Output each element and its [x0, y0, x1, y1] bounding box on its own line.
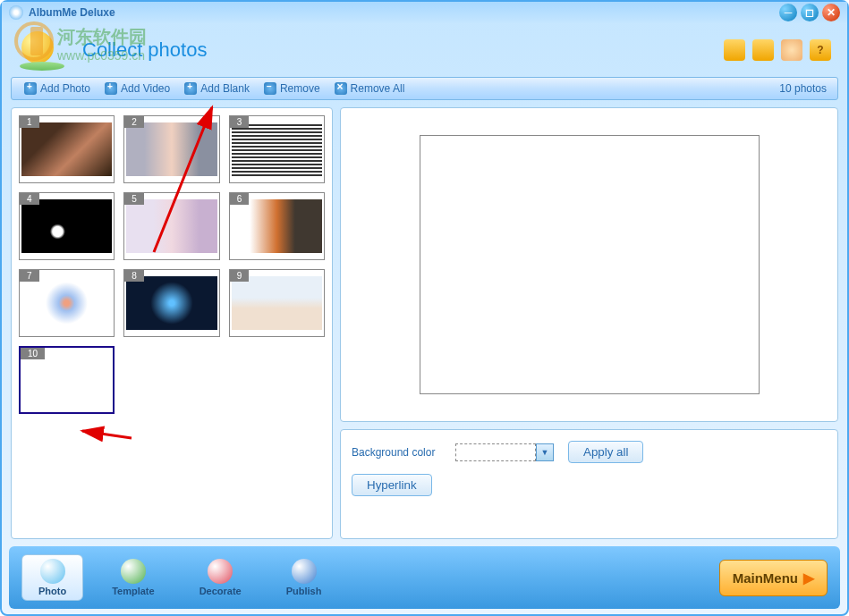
thumb-number: 1 [20, 116, 39, 128]
thumb-number: 4 [20, 193, 39, 205]
add-photo-button[interactable]: Add Photo [17, 80, 98, 97]
thumb-image [22, 353, 111, 407]
minus-icon [264, 82, 276, 95]
titlebar: AlbumMe Deluxe ─ ◻ ✕ [2, 2, 847, 23]
user-icon[interactable] [781, 39, 802, 61]
thumb-image [21, 199, 112, 253]
thumb-number: 7 [20, 270, 39, 282]
remove-all-button[interactable]: Remove All [327, 80, 412, 97]
thumbnail-3[interactable]: 3 [229, 115, 325, 183]
thumb-image [126, 276, 216, 330]
window-title: AlbumMe Deluxe [29, 6, 779, 19]
thumb-image [232, 199, 322, 253]
remove-label: Remove [280, 82, 320, 95]
thumb-image [232, 276, 322, 330]
thumb-number: 3 [230, 116, 250, 128]
plus-icon [105, 82, 117, 95]
thumb-image [21, 276, 112, 330]
nav-template-label: Template [112, 586, 154, 596]
thumb-image [232, 122, 322, 176]
photo-grid: 1 2 3 4 5 6 7 8 9 10 [19, 115, 325, 414]
template-icon [121, 559, 146, 584]
thumbnail-5[interactable]: 5 [123, 192, 219, 260]
header-tools: ? [724, 39, 831, 61]
app-logo [18, 28, 72, 72]
plus-icon [184, 82, 197, 95]
nav-photo-label: Photo [38, 586, 66, 596]
thumbnail-9[interactable]: 9 [229, 269, 325, 337]
preview-box [420, 135, 760, 394]
thumb-number: 2 [124, 116, 144, 128]
thumbnail-4[interactable]: 4 [19, 192, 115, 260]
header: Collect photos ? [2, 23, 847, 77]
hyperlink-row: Hyperlink [352, 474, 827, 496]
toolbar: Add Photo Add Video Add Blank Remove Rem… [11, 77, 838, 100]
thumbnail-2[interactable]: 2 [123, 115, 219, 183]
thumb-number: 5 [124, 193, 144, 205]
save-folder-icon[interactable] [752, 39, 774, 61]
close-button[interactable]: ✕ [822, 4, 840, 21]
bg-color-label: Background color [352, 446, 441, 459]
nav-photo[interactable]: Photo [21, 554, 83, 601]
apply-all-button[interactable]: Apply all [568, 441, 643, 463]
thumbnail-10[interactable]: 10 [19, 346, 115, 414]
add-blank-label: Add Blank [200, 82, 250, 95]
photo-count: 10 photos [779, 82, 832, 95]
preview-panel [340, 107, 838, 422]
right-column: Background color ▼ Apply all Hyperlink [340, 107, 838, 539]
thumb-number: 10 [21, 348, 45, 359]
thumb-number: 9 [230, 270, 250, 282]
bottom-nav: Photo Template Decorate Publish MainMenu… [9, 546, 840, 609]
help-icon[interactable]: ? [810, 39, 831, 61]
thumb-image [21, 122, 112, 176]
thumbnail-7[interactable]: 7 [19, 269, 115, 337]
photo-icon [40, 559, 65, 584]
publish-icon [292, 559, 317, 584]
nav-publish[interactable]: Publish [270, 555, 338, 600]
bg-color-dropdown[interactable]: ▼ [536, 443, 554, 461]
bg-color-row: Background color ▼ Apply all [352, 441, 827, 463]
app-window: AlbumMe Deluxe ─ ◻ ✕ 河东软件园 www.pc0359.cn… [0, 0, 849, 616]
window-controls: ─ ◻ ✕ [779, 4, 840, 21]
thumb-image [126, 199, 216, 253]
page-title: Collect photos [82, 38, 207, 62]
content-area: 1 2 3 4 5 6 7 8 9 10 Background color [2, 100, 847, 546]
thumbnail-1[interactable]: 1 [19, 115, 115, 183]
nav-template[interactable]: Template [96, 555, 170, 600]
nav-decorate-label: Decorate [200, 586, 242, 596]
photo-grid-panel: 1 2 3 4 5 6 7 8 9 10 [11, 107, 333, 539]
properties-panel: Background color ▼ Apply all Hyperlink [340, 429, 838, 539]
x-icon [335, 82, 347, 95]
thumb-image [126, 122, 216, 176]
nav-decorate[interactable]: Decorate [183, 555, 258, 600]
plus-icon [24, 82, 37, 95]
thumb-number: 6 [230, 193, 250, 205]
add-video-button[interactable]: Add Video [98, 80, 177, 97]
nav-publish-label: Publish [286, 586, 322, 596]
arrow-right-icon: ▶ [803, 570, 814, 586]
app-icon [9, 5, 23, 20]
remove-all-label: Remove All [351, 82, 405, 95]
add-video-label: Add Video [121, 82, 170, 95]
thumbnail-6[interactable]: 6 [229, 192, 325, 260]
bg-color-swatch[interactable] [455, 443, 536, 461]
main-menu-label: MainMenu [733, 570, 798, 586]
hyperlink-button[interactable]: Hyperlink [352, 474, 432, 496]
thumbnail-8[interactable]: 8 [123, 269, 219, 337]
add-photo-label: Add Photo [40, 82, 90, 95]
main-menu-button[interactable]: MainMenu ▶ [719, 560, 828, 596]
minimize-button[interactable]: ─ [779, 4, 797, 21]
restore-button[interactable]: ◻ [801, 4, 819, 21]
open-folder-icon[interactable] [724, 39, 745, 61]
add-blank-button[interactable]: Add Blank [177, 80, 257, 97]
bg-color-select: ▼ [455, 443, 554, 461]
thumb-number: 8 [124, 270, 144, 282]
decorate-icon [208, 559, 233, 584]
remove-button[interactable]: Remove [257, 80, 327, 97]
